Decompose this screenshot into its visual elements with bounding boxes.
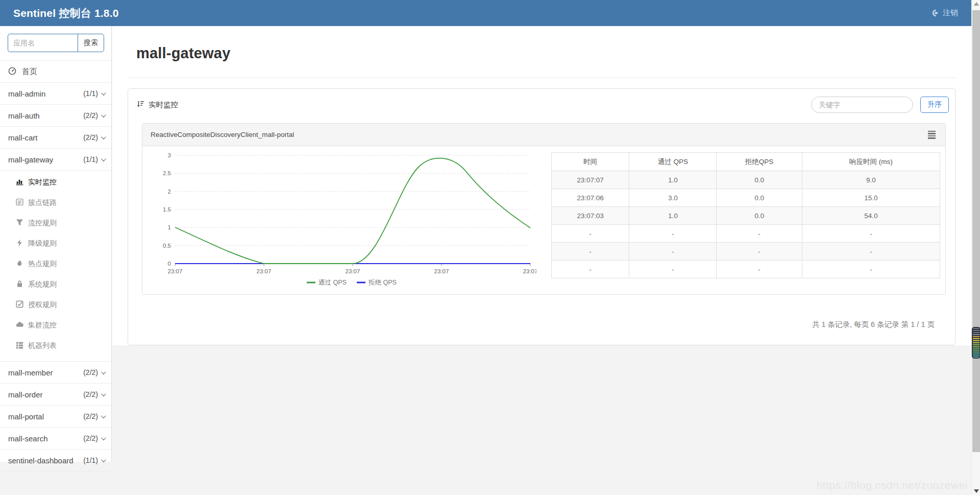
menu-item-label: 热点规则 bbox=[28, 260, 57, 269]
menu-item-label: 授权规则 bbox=[28, 300, 57, 310]
sidebar-item-mall-gateway[interactable]: mall-gateway (1/1) bbox=[0, 149, 111, 171]
th-list-icon bbox=[16, 341, 23, 350]
y-tick-label: 3 bbox=[168, 152, 171, 158]
sidebar: 搜索 首页 mall-admin (1/1) mall-auth (2/2) m… bbox=[0, 26, 112, 462]
cell-time: - bbox=[552, 261, 629, 278]
sidebar-item-mall-order[interactable]: mall-order (2/2) bbox=[0, 384, 111, 406]
app-search-input[interactable] bbox=[8, 34, 78, 52]
app-title: Sentinel 控制台 1.8.0 bbox=[13, 6, 119, 20]
resource-title: ReactiveCompositeDiscoveryClient_mall-po… bbox=[151, 131, 294, 138]
app-search-button[interactable]: 搜索 bbox=[78, 34, 104, 52]
col-header-pass-qps: 通过 QPS bbox=[629, 153, 717, 171]
sort-ascending-button[interactable]: 升序 bbox=[920, 97, 949, 113]
scroll-up-arrow-icon[interactable] bbox=[974, 2, 979, 6]
menu-item-cluster-flow[interactable]: 集群流控 bbox=[0, 315, 111, 336]
sidebar-item-mall-member[interactable]: mall-member (2/2) bbox=[0, 362, 111, 384]
logout-button[interactable]: 注销 bbox=[932, 8, 958, 18]
app-health-count: (2/2) bbox=[83, 368, 98, 376]
menu-item-realtime-monitor[interactable]: 实时监控 bbox=[0, 172, 111, 193]
menu-item-degrade-rule[interactable]: 降级规则 bbox=[0, 233, 111, 254]
table-row: - - - - bbox=[552, 243, 940, 261]
resource-panel-body: 3 2.5 2 1.5 1 0.5 0 23:07 23:07 23:07 23… bbox=[142, 146, 945, 294]
cell-rt: 54.0 bbox=[802, 207, 940, 225]
cell-rt: - bbox=[802, 225, 940, 243]
title-divider bbox=[128, 78, 955, 78]
chevron-down-icon bbox=[101, 369, 106, 374]
sidebar-item-sentinel-dashboard[interactable]: sentinel-dashboard (1/1) bbox=[0, 450, 111, 472]
menu-item-cluster-link[interactable]: 簇点链路 bbox=[0, 193, 111, 213]
page-title: mall-gateway bbox=[112, 26, 971, 62]
x-tick-label: 23:07 bbox=[346, 268, 360, 274]
menu-item-label: 集群流控 bbox=[28, 321, 57, 330]
chevron-down-icon bbox=[101, 457, 106, 462]
bolt-icon bbox=[16, 239, 23, 248]
table-row: 23:07:06 3.0 0.0 15.0 bbox=[552, 189, 940, 207]
chevron-down-icon bbox=[101, 90, 106, 96]
menu-item-system-rule[interactable]: 系统规则 bbox=[0, 274, 111, 295]
menu-item-label: 降级规则 bbox=[28, 239, 57, 248]
scroll-down-arrow-icon[interactable] bbox=[974, 489, 979, 493]
col-header-block-qps: 拒绝QPS bbox=[717, 153, 802, 171]
menu-item-label: 簇点链路 bbox=[28, 198, 57, 207]
menu-item-machine-list[interactable]: 机器列表 bbox=[0, 336, 111, 356]
cell-pass-qps: 3.0 bbox=[629, 189, 717, 207]
sidebar-item-mall-portal[interactable]: mall-portal (2/2) bbox=[0, 406, 111, 428]
chevron-down-icon bbox=[101, 112, 106, 117]
app-health-count: (2/2) bbox=[83, 434, 98, 442]
app-name: mall-member bbox=[8, 368, 83, 377]
menu-item-label: 实时监控 bbox=[28, 178, 57, 187]
menu-item-authority-rule[interactable]: 授权规则 bbox=[0, 295, 111, 315]
cell-pass-qps: 1.0 bbox=[629, 171, 717, 189]
app-name: sentinel-dashboard bbox=[8, 456, 83, 465]
main-content: mall-gateway 实时监控 升序 ReactiveCompositeDi… bbox=[112, 26, 971, 345]
lock-icon bbox=[16, 280, 23, 289]
app-health-count: (1/1) bbox=[83, 155, 98, 163]
sidebar-item-mall-cart[interactable]: mall-cart (2/2) bbox=[0, 127, 111, 149]
menu-item-flow-rule[interactable]: 流控规则 bbox=[0, 213, 111, 233]
top-navbar: Sentinel 控制台 1.8.0 注销 bbox=[0, 0, 971, 26]
scrollbar-thumb[interactable] bbox=[972, 10, 980, 452]
x-tick-label: 23:07 bbox=[257, 268, 272, 274]
pass-qps-line bbox=[175, 158, 530, 264]
sidebar-item-mall-auth[interactable]: mall-auth (2/2) bbox=[0, 105, 111, 127]
chevron-down-icon bbox=[101, 156, 106, 161]
page-scrollbar[interactable] bbox=[971, 0, 980, 495]
card-controls: 升序 bbox=[811, 97, 949, 113]
watermark-text: https://blog.csdn.net/zuozewei bbox=[817, 479, 968, 491]
sidebar-item-mall-search[interactable]: mall-search (2/2) bbox=[0, 428, 111, 450]
menu-bars-icon[interactable] bbox=[926, 129, 937, 140]
chevron-down-icon bbox=[101, 391, 106, 396]
legend-pass-label: 通过 QPS bbox=[318, 279, 347, 286]
app-name: mall-auth bbox=[8, 111, 83, 120]
fire-icon bbox=[16, 260, 23, 269]
x-tick-label: 23:07 bbox=[523, 268, 536, 274]
x-tick-label: 23:07 bbox=[168, 268, 183, 274]
scrollbar-minimap-marker bbox=[972, 327, 980, 359]
metrics-table: 时间 通过 QPS 拒绝QPS 响应时间 (ms) 23:07:07 1.0 0… bbox=[551, 152, 940, 278]
filter-icon bbox=[16, 219, 23, 228]
menu-item-label: 流控规则 bbox=[28, 219, 57, 228]
y-tick-label: 0.5 bbox=[163, 243, 171, 249]
pagination-summary: 共 1 条记录, 每页 6 条记录 第 1 / 1 页 bbox=[812, 320, 935, 329]
app-name: mall-portal bbox=[8, 412, 83, 421]
metrics-table-wrap: 时间 通过 QPS 拒绝QPS 响应时间 (ms) 23:07:07 1.0 0… bbox=[551, 152, 940, 278]
app-health-count: (2/2) bbox=[83, 390, 98, 398]
table-row: 23:07:07 1.0 0.0 9.0 bbox=[552, 171, 940, 189]
table-row: 23:07:03 1.0 0.0 54.0 bbox=[552, 207, 940, 225]
menu-item-hotspot-rule[interactable]: 热点规则 bbox=[0, 254, 111, 274]
realtime-monitor-card: 实时监控 升序 ReactiveCompositeDiscoveryClient… bbox=[128, 88, 955, 345]
table-row: - - - - bbox=[552, 261, 940, 278]
section-title: 实时监控 bbox=[149, 100, 178, 110]
keyword-input[interactable] bbox=[811, 97, 913, 113]
cell-block-qps: - bbox=[717, 225, 802, 243]
cell-block-qps: 0.0 bbox=[717, 189, 802, 207]
app-name: mall-gateway bbox=[8, 155, 83, 164]
cloud-icon bbox=[16, 321, 23, 330]
sidebar-item-label: 首页 bbox=[22, 67, 37, 77]
cell-rt: 15.0 bbox=[802, 189, 940, 207]
x-tick-label: 23:07 bbox=[434, 268, 449, 274]
sidebar-item-mall-admin[interactable]: mall-admin (1/1) bbox=[0, 83, 111, 105]
sidebar-item-home[interactable]: 首页 bbox=[0, 61, 111, 83]
y-tick-label: 2 bbox=[168, 188, 171, 195]
cell-time: 23:07:06 bbox=[552, 189, 629, 207]
